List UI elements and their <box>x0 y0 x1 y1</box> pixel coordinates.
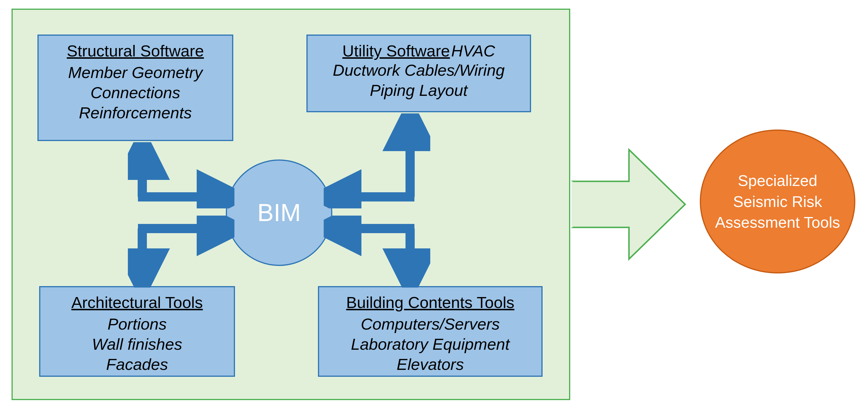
box-item: Ductwork Cables/Wiring <box>311 60 526 80</box>
box-building-contents-tools: Building Contents Tools Computers/Server… <box>318 286 542 377</box>
box-item: Wall finishes <box>44 334 230 354</box>
box-item: Facades <box>44 354 230 374</box>
bim-hub-circle: BIM <box>226 160 332 266</box>
box-item: Piping Layout <box>311 80 526 100</box>
box-title: Building Contents Tools <box>322 293 538 312</box>
box-item: Member Geometry <box>42 63 229 82</box>
box-item: Connections <box>42 82 229 103</box>
box-item: Elevators <box>322 354 538 374</box>
bim-hub-label: BIM <box>257 199 301 227</box>
box-item: Portions <box>44 314 230 334</box>
box-architectural-tools: Architectural Tools Portions Wall finish… <box>39 286 235 377</box>
box-title: Architectural Tools <box>44 293 230 312</box>
connector-bl <box>128 215 235 287</box>
connector-tr <box>324 113 430 208</box>
connector-tl <box>128 142 235 208</box>
connector-br <box>324 215 430 287</box>
output-label: Specialized Seismic Risk Assessment Tool… <box>710 170 845 233</box>
box-title: Utility Software <box>342 42 450 60</box>
bim-inputs-container: Structural Software Member Geometry Conn… <box>11 9 570 400</box>
output-ellipse: Specialized Seismic Risk Assessment Tool… <box>700 130 855 273</box>
box-structural-software: Structural Software Member Geometry Conn… <box>37 35 233 141</box>
box-item: Reinforcements <box>42 103 229 123</box>
box-item: Computers/Servers <box>322 314 538 334</box>
box-item: Laboratory Equipment <box>322 334 538 354</box>
box-title: Structural Software <box>42 41 229 60</box>
output-arrow-icon <box>571 144 687 265</box>
box-title-extra: HVAC <box>451 42 495 60</box>
box-utility-software: Utility Software HVAC Ductwork Cables/Wi… <box>306 35 531 112</box>
